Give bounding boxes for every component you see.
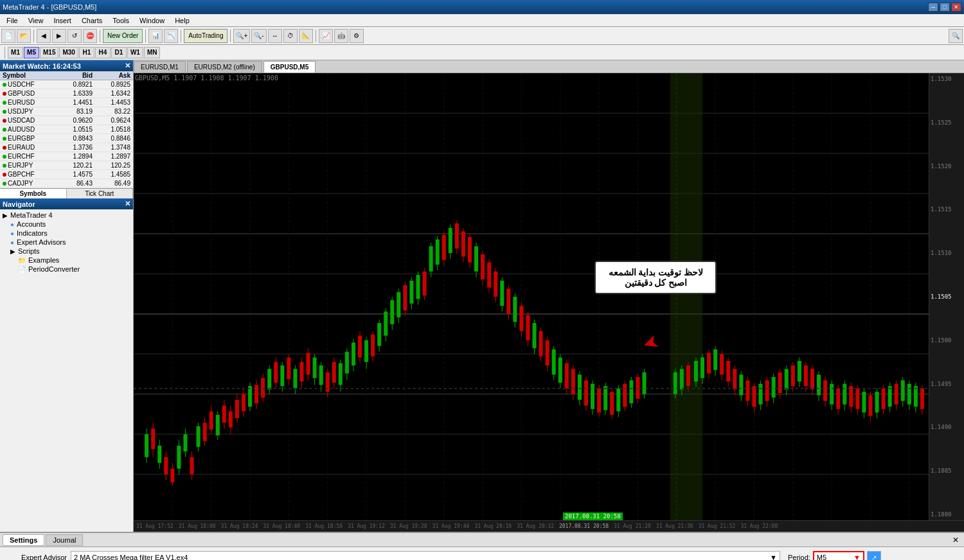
market-watch-row[interactable]: USDCHF 0.8921 0.8925 (0, 80, 133, 89)
nav-examples[interactable]: 📁 Examples (0, 256, 133, 265)
nav-period-converter[interactable]: 📄 PeriodConverter (0, 265, 133, 274)
period-dropdown[interactable]: M5 ▼ (813, 551, 864, 560)
st-right-panel: Period: M5 ▼ ↗ Spread: ▼ Expert properti… (784, 547, 913, 560)
market-watch-row[interactable]: GBPUSD 1.6339 1.6342 (0, 89, 133, 98)
tb-chart-type1[interactable]: 📊 (148, 29, 163, 43)
tf-h4[interactable]: H4 (95, 47, 111, 58)
market-watch-row[interactable]: EURJPY 120.21 120.25 (0, 161, 133, 170)
tf-w1[interactable]: W1 (127, 47, 143, 58)
nav-scripts[interactable]: ▶ Scripts (0, 247, 133, 256)
tb-refresh[interactable]: ↺ (67, 29, 82, 43)
nav-examples-icon: 📁 (18, 257, 26, 264)
tab-settings[interactable]: Settings (3, 534, 44, 546)
period-label: Period: (788, 554, 810, 560)
tb-back[interactable]: ◀ (37, 29, 51, 43)
svg-rect-95 (345, 352, 349, 374)
tf-d1[interactable]: D1 (111, 47, 127, 58)
svg-rect-206 (726, 361, 730, 381)
svg-rect-121 (429, 246, 433, 271)
tf-m30[interactable]: M30 (59, 47, 78, 58)
market-watch-row[interactable]: EURCHF 1.2894 1.2897 (0, 152, 133, 161)
menu-file[interactable]: File (1, 15, 23, 26)
market-watch-row[interactable]: EURGBP 0.8843 0.8846 (0, 134, 133, 143)
autotrading-button[interactable]: AutoTrading (184, 29, 228, 43)
period-cursor-btn[interactable]: ↗ (867, 551, 881, 560)
tb-periods[interactable]: ⏱ (283, 29, 298, 43)
tf-h1[interactable]: H1 (79, 47, 94, 58)
mw-tab-symbols[interactable]: Symbols (0, 189, 67, 198)
tb-search[interactable]: 🔍 (949, 29, 963, 43)
svg-rect-71 (267, 369, 271, 389)
market-watch-row[interactable]: EURUSD 1.4451 1.4453 (0, 98, 133, 107)
tb-stop[interactable]: ⛔ (83, 29, 97, 43)
svg-rect-129 (455, 223, 459, 249)
market-watch-row[interactable]: EURAUD 1.3736 1.3748 (0, 143, 133, 152)
market-watch-row[interactable]: USDJPY 83.19 83.22 (0, 107, 133, 116)
bottom-close-btn[interactable]: ✕ (952, 536, 959, 545)
ea-value: 2 MA Crosses Mega filter EA V1.ex4 (74, 554, 188, 560)
market-watch-row[interactable]: GBPCHF 1.4575 1.4585 (0, 170, 133, 179)
tb-forward[interactable]: ▶ (52, 29, 66, 43)
nav-scripts-label: Scripts (18, 247, 40, 255)
svg-rect-137 (481, 254, 485, 279)
tb-objects[interactable]: 📐 (299, 29, 313, 43)
mw-tab-tick[interactable]: Tick Chart (67, 189, 134, 198)
price-level-8: 1.1495 (931, 381, 963, 387)
tb-settings[interactable]: ⚙ (350, 29, 364, 43)
nav-expert-advisors[interactable]: ● Expert Advisors (0, 238, 133, 247)
tf-m5[interactable]: M5 (24, 47, 39, 58)
minimize-button[interactable]: ─ (928, 3, 938, 12)
close-button[interactable]: ✕ (951, 3, 961, 12)
tb-new-file[interactable]: 📄 (1, 29, 15, 43)
svg-rect-75 (280, 365, 284, 386)
market-watch-row[interactable]: USDCAD 0.9620 0.9624 (0, 116, 133, 125)
tb-zoom-in[interactable]: 🔍+ (233, 29, 250, 43)
tb-expert[interactable]: 🤖 (334, 29, 348, 43)
tf-m15[interactable]: M15 (40, 47, 58, 58)
menu-insert[interactable]: Insert (48, 15, 76, 26)
chart-main[interactable]: GBPUSD,M5 1.1907 1.1908 1.1907 1.1908 (134, 73, 929, 520)
mw-close[interactable]: ✕ (125, 62, 130, 70)
nav-accounts[interactable]: ● Accounts (0, 220, 133, 229)
menu-charts[interactable]: Charts (76, 15, 107, 26)
nav-metatrader4[interactable]: ▶ MetaTrader 4 (0, 211, 133, 220)
menu-help[interactable]: Help (170, 15, 195, 26)
tb-indicator[interactable]: 📈 (319, 29, 333, 43)
svg-rect-230 (804, 365, 808, 386)
svg-rect-264 (914, 386, 918, 407)
svg-rect-35 (151, 428, 155, 449)
highlighted-time-box: 2017.08.31 20:58 (563, 512, 623, 520)
nav-close[interactable]: ✕ (125, 200, 130, 208)
tab-gbpusd-m5[interactable]: GBPUSD,M5 (263, 61, 316, 73)
svg-rect-260 (901, 380, 905, 401)
tb-chart-type2[interactable]: 📉 (164, 29, 178, 43)
svg-rect-181 (623, 384, 627, 407)
tb-auto-scroll[interactable]: ↔ (268, 29, 282, 43)
tab-eurusd-m2[interactable]: EURUSD,M2 (offline) (187, 61, 262, 73)
menu-tools[interactable]: Tools (107, 15, 134, 26)
ea-dropdown[interactable]: 2 MA Crosses Mega filter EA V1.ex4 ▼ (71, 551, 780, 560)
tb-zoom-out[interactable]: 🔍- (251, 29, 266, 43)
time-label-7: 31 Aug 19:28 (390, 523, 427, 529)
svg-rect-123 (436, 240, 440, 265)
nav-indicators[interactable]: ● Indicators (0, 229, 133, 238)
tf-m1[interactable]: M1 (8, 47, 23, 58)
new-order-button[interactable]: New Order (103, 29, 143, 43)
svg-rect-49 (197, 426, 201, 447)
menu-view[interactable]: View (23, 15, 49, 26)
tab-journal[interactable]: Journal (46, 534, 83, 546)
svg-rect-177 (610, 392, 614, 415)
maximize-button[interactable]: □ (940, 3, 950, 12)
nav-indicators-icon: ● (10, 230, 14, 237)
annotation-bubble: لاحظ توقيت بداية الشمعه اصبح كل دقيقتين (594, 261, 717, 294)
tf-mn[interactable]: MN (144, 47, 161, 58)
price-level-9: 1.1490 (931, 424, 963, 430)
svg-rect-266 (920, 389, 924, 409)
nav-indicators-label: Indicators (17, 229, 48, 237)
mw-dir-icon (3, 110, 6, 114)
market-watch-row[interactable]: CADJPY 86.43 86.49 (0, 179, 133, 188)
tb-open[interactable]: 📂 (17, 29, 31, 43)
tab-eurusd-m1[interactable]: EURUSD,M1 (134, 61, 186, 73)
menu-window[interactable]: Window (134, 15, 170, 26)
market-watch-row[interactable]: AUDUSD 1.0515 1.0518 (0, 125, 133, 134)
